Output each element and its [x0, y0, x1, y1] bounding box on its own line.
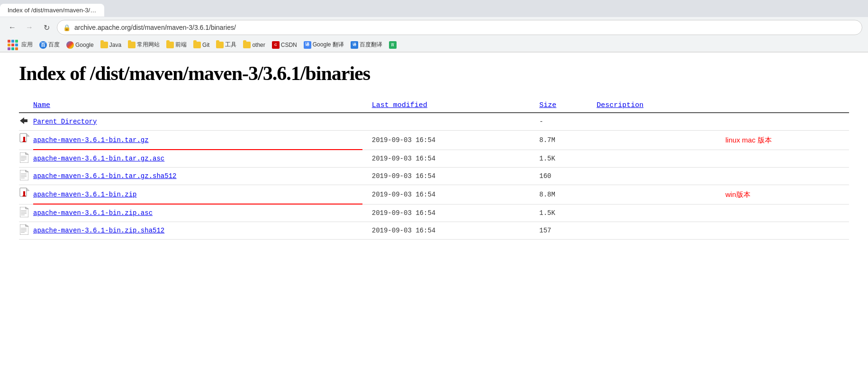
file-icon-cell [19, 185, 33, 205]
active-tab[interactable]: Index of /dist/maven/maven-3/3.6.1/binar… [0, 4, 104, 17]
file-annotation-cell: win版本 [716, 185, 849, 205]
file-size-cell: - [534, 113, 592, 131]
bookmark-apps[interactable]: 应用 [6, 39, 35, 51]
annotation-col-header [716, 99, 849, 113]
file-annotation-cell [716, 222, 849, 240]
file-date-cell: 2019-09-03 16:54 [362, 150, 534, 168]
file-link[interactable]: apache-maven-3.6.1-bin.zip.asc [33, 209, 153, 217]
file-link[interactable]: apache-maven-3.6.1-bin.zip.sha512 [33, 227, 164, 234]
parent-dir-icon [19, 116, 29, 126]
file-size-cell: 8.8M [534, 185, 592, 205]
file-size-cell: 157 [534, 222, 592, 240]
baidu-icon: 百 [39, 41, 47, 49]
bookmark-git-label: Git [202, 42, 209, 48]
bookmark-tools[interactable]: 工具 [214, 40, 238, 50]
bookmark-baidu-translate[interactable]: 译 百度翻译 [349, 40, 384, 50]
file-desc-cell [592, 205, 716, 222]
file-desc-cell [592, 222, 716, 240]
size-col-link[interactable]: Size [539, 101, 556, 109]
file-icon-cell [19, 150, 33, 168]
file-desc-cell [592, 131, 716, 150]
bookmark-other-label: other [252, 42, 265, 48]
folder-icon [166, 42, 174, 48]
bookmark-baidu[interactable]: 百 百度 [37, 40, 62, 50]
lock-icon: 🔒 [63, 24, 71, 31]
file-date-cell: 2019-09-03 16:54 [362, 205, 534, 222]
folder-icon [128, 42, 136, 48]
svg-marker-18 [27, 188, 29, 191]
bookmark-git[interactable]: Git [191, 41, 211, 49]
100-icon: 百 [389, 41, 397, 49]
file-annotation-cell [716, 168, 849, 185]
svg-marker-0 [20, 117, 27, 124]
file-name-cell: Parent Directory [33, 113, 362, 131]
bookmark-google-label: Google [75, 42, 94, 48]
table-row: apache-maven-3.6.1-bin.tar.gz.asc2019-09… [19, 150, 849, 168]
svg-rect-20 [23, 191, 25, 195]
file-icon-cell [19, 222, 33, 240]
desc-col-link[interactable]: Description [597, 101, 643, 109]
google-icon [66, 41, 74, 49]
file-annotation-cell [716, 205, 849, 222]
google-translate-icon: 译 [304, 41, 311, 49]
forward-button[interactable]: → [23, 21, 36, 34]
folder-icon [243, 42, 251, 48]
file-name-cell: apache-maven-3.6.1-bin.tar.gz.asc [33, 150, 362, 168]
file-name-cell: apache-maven-3.6.1-bin.tar.gz.sha512 [33, 168, 362, 185]
bookmark-100[interactable]: 百 [387, 40, 398, 50]
reload-button[interactable]: ↻ [40, 21, 53, 34]
bookmark-common-sites[interactable]: 常用网站 [126, 40, 162, 50]
bookmark-google-translate-label: Google 翻译 [313, 41, 344, 49]
svg-marker-28 [26, 224, 28, 226]
nav-bar: ← → ↻ 🔒 archive.apache.org/dist/maven/ma… [0, 17, 868, 38]
bookmark-java[interactable]: Java [99, 41, 123, 49]
file-link[interactable]: apache-maven-3.6.1-bin.tar.gz [33, 136, 149, 144]
address-bar[interactable]: 🔒 archive.apache.org/dist/maven/maven-3/… [57, 20, 862, 35]
svg-marker-12 [26, 170, 28, 172]
table-header-row: Name Last modified Size Description [19, 99, 849, 113]
file-link[interactable]: apache-maven-3.6.1-bin.tar.gz.sha512 [33, 172, 176, 180]
bookmark-frontend-label: 前端 [175, 41, 187, 49]
bookmark-google-translate[interactable]: 译 Google 翻译 [302, 40, 346, 50]
file-icon-cell [19, 168, 33, 185]
file-annotation-cell [716, 150, 849, 168]
file-link[interactable]: apache-maven-3.6.1-bin.zip [33, 191, 136, 198]
bookmark-google[interactable]: Google [64, 40, 96, 50]
file-size-cell: 8.7M [534, 131, 592, 150]
file-annotation-cell [716, 113, 849, 131]
address-text: archive.apache.org/dist/maven/maven-3/3.… [74, 24, 856, 31]
back-button[interactable]: ← [6, 21, 19, 34]
bookmark-frontend[interactable]: 前端 [164, 40, 189, 50]
file-date-cell: 2019-09-03 16:54 [362, 131, 534, 150]
file-name-cell: apache-maven-3.6.1-bin.zip [33, 185, 362, 205]
table-row: apache-maven-3.6.1-bin.zip.sha5122019-09… [19, 222, 849, 240]
size-col-header: Size [534, 99, 592, 113]
file-icon-cell [19, 113, 33, 131]
bookmark-baidu-translate-label: 百度翻译 [360, 41, 382, 49]
bookmark-csdn[interactable]: C CSDN [270, 40, 299, 50]
file-link[interactable]: Parent Directory [33, 118, 97, 125]
date-col-link[interactable]: Last modified [372, 101, 427, 109]
file-icon-cell [19, 131, 33, 150]
date-col-header: Last modified [362, 99, 534, 113]
csdn-icon: C [272, 41, 280, 49]
file-link[interactable]: apache-maven-3.6.1-bin.tar.gz.asc [33, 155, 164, 162]
name-col-link[interactable]: Name [33, 101, 50, 109]
file-icon-cell [19, 205, 33, 222]
document-icon [20, 207, 28, 217]
file-date-cell [362, 113, 534, 131]
name-col-header: Name [33, 99, 362, 113]
file-name-cell: apache-maven-3.6.1-bin.zip.sha512 [33, 222, 362, 240]
file-name-cell: apache-maven-3.6.1-bin.tar.gz [33, 131, 362, 150]
file-table: Name Last modified Size Description Pare… [19, 99, 849, 240]
page-content: Index of /dist/maven/maven-3/3.6.1/binar… [0, 53, 868, 249]
file-desc-cell [592, 168, 716, 185]
bookmark-other[interactable]: other [241, 41, 267, 49]
browser-chrome: Index of /dist/maven/maven-3/3.6.1/binar… [0, 0, 868, 53]
apps-grid-icon [8, 40, 18, 50]
file-name-cell: apache-maven-3.6.1-bin.zip.asc [33, 205, 362, 222]
table-row: Parent Directory- [19, 113, 849, 131]
icon-col-header [19, 99, 33, 113]
file-desc-cell [592, 185, 716, 205]
desc-col-header: Description [592, 99, 716, 113]
